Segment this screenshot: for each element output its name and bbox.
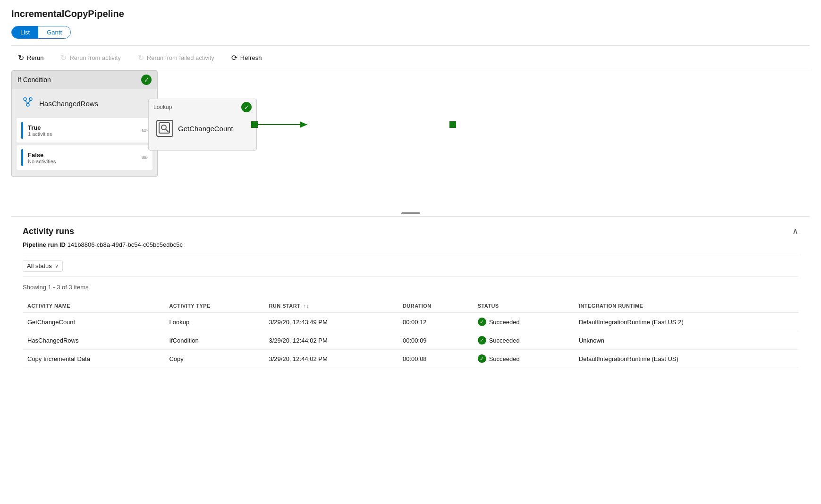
pipeline-run-id-row: Pipeline run ID 141b8806-cb8a-49d7-bc54-… <box>23 241 798 248</box>
rerun-button[interactable]: ↻ Rerun <box>11 50 50 65</box>
false-branch-row[interactable]: False No activities ✏ <box>17 145 152 170</box>
lookup-node-label: GetChangeCount <box>178 125 233 133</box>
rerun-from-activity-label: Rerun from activity <box>69 54 120 61</box>
true-branch-edit-icon[interactable]: ✏ <box>142 126 148 135</box>
table-row[interactable]: HasChangedRows IfCondition 3/29/20, 12:4… <box>23 331 798 350</box>
page: IncrementalCopyPipeline List Gantt ↻ Rer… <box>0 0 821 504</box>
cell-activity-type: Lookup <box>164 313 264 331</box>
pipeline-run-id-label: Pipeline run ID <box>23 241 66 248</box>
rerun-from-failed-button[interactable]: ↻ Rerun from failed activity <box>131 50 221 65</box>
cell-activity-type: IfCondition <box>164 331 264 350</box>
if-activity-row: HasChangedRows <box>17 92 152 114</box>
svg-point-9 <box>26 103 29 106</box>
table-row[interactable]: Copy Incremental Data Copy 3/29/20, 12:4… <box>23 350 798 368</box>
chevron-down-icon: ∨ <box>55 263 59 269</box>
refresh-icon: ⟳ <box>231 53 237 62</box>
col-integration-runtime: INTEGRATION RUNTIME <box>574 299 798 313</box>
collapse-button[interactable]: ∧ <box>792 226 798 236</box>
cell-status: ✓ Succeeded <box>473 350 574 368</box>
false-branch-left: False No activities <box>21 149 56 166</box>
filter-row: All status ∨ <box>23 255 798 277</box>
rerun-from-failed-label: Rerun from failed activity <box>147 54 214 61</box>
showing-count: Showing 1 - 3 of 3 items <box>23 281 798 294</box>
toolbar: ↻ Rerun ↻ Rerun from activity ↻ Rerun fr… <box>11 45 810 70</box>
rerun-label: Rerun <box>27 54 43 61</box>
lookup-icon <box>156 120 173 137</box>
status-badge: ✓ Succeeded <box>478 318 569 326</box>
status-filter-dropdown[interactable]: All status ∨ <box>23 260 63 272</box>
cell-status: ✓ Succeeded <box>473 331 574 350</box>
table-body: GetChangeCount Lookup 3/29/20, 12:43:49 … <box>23 313 798 368</box>
toggle-container: List Gantt <box>11 26 71 39</box>
if-condition-body: HasChangedRows True 1 activities ✏ <box>12 89 157 176</box>
has-changed-rows-label: HasChangedRows <box>39 100 98 108</box>
svg-point-8 <box>29 98 32 101</box>
if-condition-header: If Condition ✓ <box>12 71 157 89</box>
has-changed-rows-icon <box>21 95 34 111</box>
cell-activity-type: Copy <box>164 350 264 368</box>
status-badge: ✓ Succeeded <box>478 336 569 344</box>
status-filter-label: All status <box>27 262 52 269</box>
activity-runs-section: Activity runs ∧ Pipeline run ID 141b8806… <box>11 217 810 368</box>
table-header-row: ACTIVITY NAME ACTIVITY TYPE RUN START ↑↓… <box>23 299 798 313</box>
col-activity-name: ACTIVITY NAME <box>23 299 164 313</box>
lookup-node-header: Lookup ✓ <box>149 99 256 115</box>
refresh-label: Refresh <box>240 54 262 61</box>
false-branch-label: False <box>28 151 56 159</box>
cell-duration: 00:00:12 <box>398 313 473 331</box>
success-icon: ✓ <box>478 354 486 363</box>
false-branch-bar <box>21 149 23 166</box>
false-branch-sub: No activities <box>28 159 56 164</box>
false-branch-info: False No activities <box>28 151 56 164</box>
cell-integration-runtime: Unknown <box>574 331 798 350</box>
success-icon: ✓ <box>478 336 486 344</box>
cell-activity-name: Copy Incremental Data <box>23 350 164 368</box>
activity-runs-table: ACTIVITY NAME ACTIVITY TYPE RUN START ↑↓… <box>23 299 798 368</box>
cell-duration: 00:00:08 <box>398 350 473 368</box>
rerun-from-activity-button[interactable]: ↻ Rerun from activity <box>54 50 127 65</box>
cell-run-start: 3/29/20, 12:43:49 PM <box>264 313 398 331</box>
canvas-scrollbar <box>401 212 420 214</box>
status-text: Succeeded <box>489 319 520 326</box>
false-branch-edit-icon[interactable]: ✏ <box>142 153 148 162</box>
table-row[interactable]: GetChangeCount Lookup 3/29/20, 12:43:49 … <box>23 313 798 331</box>
true-branch-left: True 1 activities <box>21 122 52 139</box>
success-icon: ✓ <box>478 318 486 326</box>
view-toggle: List Gantt <box>11 26 810 39</box>
if-condition-type-label: If Condition <box>17 76 51 84</box>
if-condition-success-badge: ✓ <box>141 75 152 85</box>
col-run-start[interactable]: RUN START ↑↓ <box>264 299 398 313</box>
svg-line-10 <box>25 101 28 103</box>
status-text: Succeeded <box>489 337 520 344</box>
col-activity-type: ACTIVITY TYPE <box>164 299 264 313</box>
rerun-from-failed-icon: ↻ <box>138 53 144 62</box>
svg-line-2 <box>166 129 169 132</box>
pipeline-canvas[interactable]: Lookup ✓ GetChangeCount <box>11 70 810 217</box>
rerun-from-activity-icon: ↻ <box>60 53 67 62</box>
cell-integration-runtime: DefaultIntegrationRuntime (East US 2) <box>574 313 798 331</box>
table-header: ACTIVITY NAME ACTIVITY TYPE RUN START ↑↓… <box>23 299 798 313</box>
cell-run-start: 3/29/20, 12:44:02 PM <box>264 350 398 368</box>
pipeline-run-id-value: 141b8806-cb8a-49d7-bc54-c05bc5edbc5c <box>68 241 183 248</box>
svg-point-1 <box>161 125 166 130</box>
cell-activity-name: GetChangeCount <box>23 313 164 331</box>
refresh-button[interactable]: ⟳ Refresh <box>225 50 269 65</box>
if-condition-node[interactable]: If Condition ✓ HasChang <box>11 70 158 177</box>
cell-status: ✓ Succeeded <box>473 313 574 331</box>
sort-icon: ↑↓ <box>304 303 309 309</box>
rerun-icon: ↻ <box>18 53 24 62</box>
lookup-success-badge: ✓ <box>241 102 252 112</box>
cell-duration: 00:00:09 <box>398 331 473 350</box>
cell-run-start: 3/29/20, 12:44:02 PM <box>264 331 398 350</box>
list-toggle-btn[interactable]: List <box>12 26 38 38</box>
true-branch-label: True <box>28 124 52 131</box>
status-text: Succeeded <box>489 355 520 362</box>
true-branch-row[interactable]: True 1 activities ✏ <box>17 118 152 143</box>
col-duration: DURATION <box>398 299 473 313</box>
page-title: IncrementalCopyPipeline <box>11 8 810 19</box>
svg-point-7 <box>24 98 26 101</box>
true-branch-sub: 1 activities <box>28 131 52 137</box>
svg-rect-6 <box>449 121 456 128</box>
gantt-toggle-btn[interactable]: Gantt <box>38 26 70 38</box>
lookup-node[interactable]: Lookup ✓ GetChangeCount <box>148 99 257 151</box>
